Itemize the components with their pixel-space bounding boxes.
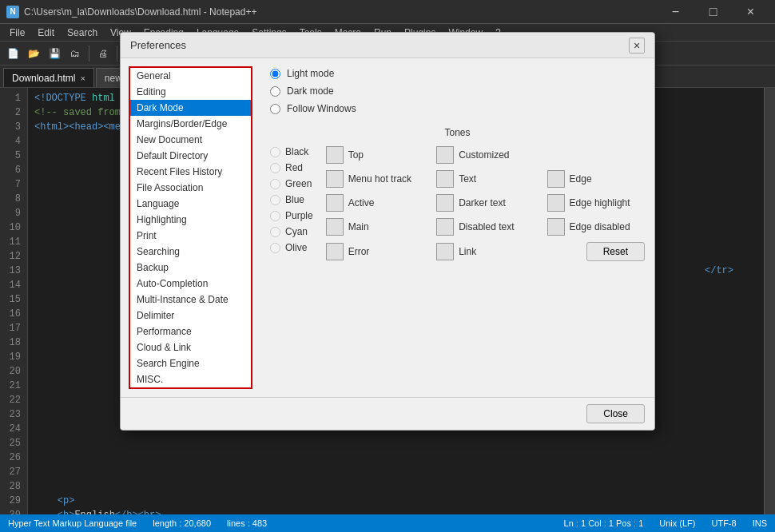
pref-item-print[interactable]: Print <box>130 228 251 244</box>
color-box-top[interactable] <box>326 146 344 164</box>
color-box-darkertext[interactable] <box>436 194 454 212</box>
color-box-link[interactable] <box>436 243 454 260</box>
reset-btn-container: Reset <box>547 242 645 261</box>
radio-red-input[interactable] <box>270 163 280 173</box>
preferences-dialog: Preferences × General Editing Dark Mode … <box>120 32 655 431</box>
dialog-overlay: Preferences × General Editing Dark Mode … <box>0 0 775 514</box>
dialog-footer: Close <box>121 397 654 430</box>
status-encoding: UTF-8 <box>711 518 736 528</box>
radio-red: Red <box>270 162 313 173</box>
pref-item-editing[interactable]: Editing <box>130 84 251 100</box>
radio-black-input[interactable] <box>270 147 280 157</box>
tone-link-label: Link <box>459 246 476 257</box>
dialog-title-bar: Preferences × <box>121 33 654 58</box>
tone-active: Active <box>326 194 423 212</box>
color-box-edge[interactable] <box>547 170 565 188</box>
radio-olive-input[interactable] <box>270 243 280 253</box>
radio-purple-label: Purple <box>285 210 313 221</box>
tone-main-label: Main <box>348 221 369 232</box>
pref-item-language[interactable]: Language <box>130 196 251 212</box>
status-filetype: Hyper Text Markup Language file <box>8 518 137 528</box>
radio-cyan-input[interactable] <box>270 227 280 237</box>
status-bar: Hyper Text Markup Language file length :… <box>0 514 775 532</box>
radio-light-mode[interactable] <box>270 69 280 79</box>
radio-purple-input[interactable] <box>270 211 280 221</box>
radio-blue: Blue <box>270 194 313 205</box>
tone-main: Main <box>326 218 423 236</box>
preferences-sidebar: General Editing Dark Mode Margins/Border… <box>129 66 252 389</box>
color-box-customized[interactable] <box>436 146 454 164</box>
color-box-active[interactable] <box>326 194 344 212</box>
color-box-main[interactable] <box>326 218 344 236</box>
color-box-menuhottrack[interactable] <box>326 170 344 188</box>
color-box-disabledtext[interactable] <box>436 218 454 236</box>
tones-section: Tones Black Red <box>270 127 645 261</box>
pref-item-darkmode[interactable]: Dark Mode <box>130 100 251 116</box>
dialog-title: Preferences <box>130 39 186 51</box>
radio-row-light: Light mode <box>270 68 645 79</box>
radio-dark-mode[interactable] <box>270 86 280 97</box>
dialog-close-button[interactable]: × <box>629 38 645 54</box>
color-box-edgehighlight[interactable] <box>547 194 565 212</box>
pref-item-multiinstance[interactable]: Multi-Instance & Date <box>130 292 251 308</box>
pref-item-general[interactable]: General <box>130 68 251 84</box>
radio-purple: Purple <box>270 210 313 221</box>
pref-item-newdoc[interactable]: New Document <box>130 132 251 148</box>
color-radio-col: Black Red Green <box>270 146 313 261</box>
tone-error: Error <box>326 242 423 261</box>
preferences-content: Light mode Dark mode Follow Windows Tone… <box>260 58 654 397</box>
tone-edgedisabled-label: Edge disabled <box>570 221 630 232</box>
tone-darkertext: Darker text <box>436 194 534 212</box>
radio-row-dark: Dark mode <box>270 85 645 97</box>
tone-edgehighlight: Edge highlight <box>547 194 645 212</box>
pref-item-cloudlink[interactable]: Cloud & Link <box>130 339 251 355</box>
tone-text-label: Text <box>459 173 476 185</box>
pref-item-backup[interactable]: Backup <box>130 260 251 276</box>
pref-item-autocompletion[interactable]: Auto-Completion <box>130 276 251 292</box>
pref-item-searchengine[interactable]: Search Engine <box>130 355 251 371</box>
color-box-edgedisabled[interactable] <box>547 218 565 236</box>
status-length: length : 20,680 <box>153 518 211 528</box>
pref-item-searching[interactable]: Searching <box>130 244 251 260</box>
status-lines: lines : 483 <box>227 518 267 528</box>
pref-item-defaultdir[interactable]: Default Directory <box>130 148 251 164</box>
pref-item-delimiter[interactable]: Delimiter <box>130 308 251 324</box>
tones-title: Tones <box>270 127 645 138</box>
status-left: Hyper Text Markup Language file length :… <box>8 518 267 528</box>
radio-olive-label: Olive <box>285 242 307 253</box>
radio-row-followwin: Follow Windows <box>270 103 645 114</box>
radio-blue-input[interactable] <box>270 195 280 205</box>
tone-edge: Edge <box>547 170 645 188</box>
radio-cyan-label: Cyan <box>285 226 308 237</box>
tone-customized-label: Customized <box>459 149 509 161</box>
tone-disabledtext: Disabled text <box>436 218 534 236</box>
dialog-body: General Editing Dark Mode Margins/Border… <box>121 58 654 397</box>
radio-followwindows[interactable] <box>270 104 280 114</box>
tone-text: Text <box>436 170 534 188</box>
radio-green-input[interactable] <box>270 179 280 189</box>
radio-green-label: Green <box>285 178 312 189</box>
tone-top: Top <box>326 146 423 164</box>
tone-error-label: Error <box>348 246 370 257</box>
radio-blue-label: Blue <box>285 194 304 205</box>
tone-active-label: Active <box>348 197 375 208</box>
close-button[interactable]: Close <box>586 404 645 423</box>
tone-top-label: Top <box>348 149 364 161</box>
tone-disabledtext-label: Disabled text <box>459 221 514 232</box>
status-eol: Unix (LF) <box>659 518 695 528</box>
color-box-text[interactable] <box>436 170 454 188</box>
radio-dark-label: Dark mode <box>287 85 334 97</box>
radio-cyan: Cyan <box>270 226 313 237</box>
tone-link: Link <box>436 242 534 261</box>
reset-button[interactable]: Reset <box>586 242 645 261</box>
pref-item-fileassoc[interactable]: File Association <box>130 180 251 196</box>
tone-edgedisabled: Edge disabled <box>547 218 645 236</box>
radio-light-label: Light mode <box>287 68 334 79</box>
color-box-error[interactable] <box>326 243 344 260</box>
tone-menuhottrack: Menu hot track <box>326 170 423 188</box>
pref-item-recentfiles[interactable]: Recent Files History <box>130 164 251 180</box>
pref-item-misc[interactable]: MISC. <box>130 371 251 387</box>
pref-item-highlighting[interactable]: Highlighting <box>130 212 251 228</box>
pref-item-performance[interactable]: Performance <box>130 324 251 339</box>
pref-item-margins[interactable]: Margins/Border/Edge <box>130 116 251 132</box>
